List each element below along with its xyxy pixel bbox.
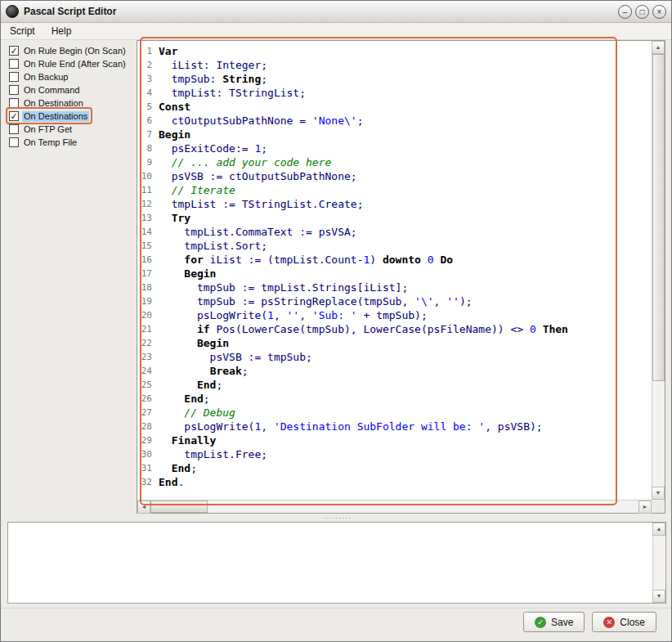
event-label: On FTP Get (22, 124, 74, 135)
code-line: 28 psLogWrite(1, 'Destination SubFolder … (137, 420, 652, 433)
log-text-area[interactable] (8, 523, 652, 603)
line-number: 19 (137, 294, 159, 308)
code-line: 27 // Debug (137, 406, 652, 420)
scroll-down-icon[interactable]: ▼ (652, 487, 665, 500)
code-line: 32End. (137, 475, 652, 489)
minimize-button[interactable]: – (618, 5, 632, 19)
log-vertical-scrollbar[interactable]: ▲ ▼ (652, 523, 665, 603)
code-text: // Iterate (159, 183, 235, 197)
line-number: 21 (137, 322, 159, 336)
main-area: ✓On Rule Begin (On Scan)On Rule End (Aft… (1, 40, 672, 514)
line-number: 31 (137, 461, 159, 475)
event-item-on-rule-end-after-scan[interactable]: On Rule End (After Scan) (9, 57, 133, 70)
scroll-up-icon[interactable]: ▲ (652, 41, 665, 54)
scroll-right-icon[interactable]: ► (638, 501, 652, 514)
code-text: psVSB := ctOutputSubPathNone; (159, 169, 357, 183)
line-number: 23 (137, 350, 159, 364)
event-item-on-rule-begin-on-scan[interactable]: ✓On Rule Begin (On Scan) (9, 44, 133, 57)
code-line: 1Var (137, 44, 652, 58)
event-item-on-destination[interactable]: On Destination (9, 97, 133, 110)
scroll-left-icon[interactable]: ◄ (137, 501, 150, 514)
event-item-on-command[interactable]: On Command (9, 83, 133, 97)
line-number: 29 (137, 433, 159, 447)
close-button[interactable]: ✕ Close (592, 612, 656, 632)
code-text: psVSB := tmpSub; (159, 350, 312, 364)
checkbox-unchecked-icon[interactable] (9, 124, 19, 134)
close-window-button[interactable]: × (652, 5, 666, 19)
code-line: 20 psLogWrite(1, '', 'Sub: ' + tmpSub); (137, 308, 652, 322)
line-number: 20 (137, 308, 159, 322)
code-line: 29 Finally (137, 433, 652, 447)
code-line: 13 Try (137, 211, 652, 225)
pascal-script-editor-window: Pascal Script Editor – □ × Script Help ✓… (0, 0, 672, 642)
line-number: 16 (137, 253, 159, 267)
code-text: tmpList: TStringList; (159, 86, 306, 100)
checkbox-unchecked-icon[interactable] (9, 98, 19, 108)
code-line: 8 psExitCode:= 1; (137, 141, 652, 155)
checkbox-unchecked-icon[interactable] (9, 72, 19, 82)
code-line: 2 iList: Integer; (137, 58, 652, 72)
panel-splitter[interactable]: ········· (1, 514, 672, 522)
checkbox-unchecked-icon[interactable] (9, 137, 19, 147)
close-button-label: Close (620, 617, 645, 628)
line-number: 27 (137, 406, 159, 420)
line-number: 9 (137, 155, 159, 169)
line-number: 5 (137, 100, 159, 114)
code-line: 4 tmpList: TStringList; (137, 86, 652, 100)
code-text: if Pos(LowerCase(tmpSub), LowerCase(psFi… (159, 322, 568, 336)
code-text: tmpList.CommaText := psVSA; (159, 225, 357, 239)
code-line: 26 End; (137, 392, 652, 406)
horizontal-scroll-thumb[interactable] (150, 501, 208, 513)
code-editor: 1Var2 iList: Integer;3 tmpSub: String;4 … (137, 40, 665, 514)
check-icon: ✓ (535, 617, 546, 628)
event-list: ✓On Rule Begin (On Scan)On Rule End (Aft… (9, 44, 133, 149)
window-title: Pascal Script Editor (24, 6, 618, 17)
line-number: 13 (137, 211, 159, 225)
checkbox-checked-icon[interactable]: ✓ (9, 46, 19, 56)
line-number: 7 (137, 128, 159, 141)
code-text: // Debug (159, 406, 235, 420)
code-area[interactable]: 1Var2 iList: Integer;3 tmpSub: String;4 … (137, 41, 652, 500)
line-number: 28 (137, 420, 159, 433)
splitter-grip-icon: ········· (322, 515, 352, 520)
scroll-down-icon[interactable]: ▼ (652, 590, 665, 603)
scroll-up-icon[interactable]: ▲ (652, 523, 665, 536)
code-line: 10 psVSB := ctOutputSubPathNone; (137, 169, 652, 183)
code-text: Begin (159, 336, 229, 350)
line-number: 14 (137, 225, 159, 239)
code-text: Finally (159, 433, 216, 447)
line-number: 32 (137, 475, 159, 489)
event-item-on-backup[interactable]: On Backup (9, 70, 133, 83)
editor-horizontal-scrollbar[interactable]: ◄ ► (137, 500, 652, 513)
button-bar: ✓ Save ✕ Close (1, 612, 672, 636)
checkbox-unchecked-icon[interactable] (9, 59, 19, 69)
save-button[interactable]: ✓ Save (523, 612, 585, 632)
event-item-on-temp-file[interactable]: On Temp File (9, 136, 133, 149)
title-bar[interactable]: Pascal Script Editor – □ × (1, 1, 671, 23)
line-number: 25 (137, 378, 159, 392)
code-text: Try (159, 211, 190, 225)
checkbox-unchecked-icon[interactable] (9, 85, 19, 95)
line-number: 1 (137, 44, 159, 58)
code-text: End; (159, 378, 222, 392)
code-text: for iList := (tmpList.Count-1) downto 0 … (159, 253, 453, 267)
line-number: 8 (137, 141, 159, 155)
vertical-scroll-thumb[interactable] (652, 54, 665, 381)
line-number: 22 (137, 336, 159, 350)
scrollbar-corner (652, 500, 665, 513)
maximize-button[interactable]: □ (635, 5, 649, 19)
checkbox-checked-icon[interactable]: ✓ (9, 111, 19, 121)
code-line: 19 tmpSub := psStringReplace(tmpSub, '\'… (137, 294, 652, 308)
code-line: 24 Break; (137, 364, 652, 378)
event-item-on-ftp-get[interactable]: On FTP Get (9, 123, 133, 136)
code-line: 18 tmpSub := tmpList.Strings[iList]; (137, 281, 652, 294)
line-number: 30 (137, 447, 159, 461)
close-x-icon: ✕ (603, 617, 615, 628)
menu-help[interactable]: Help (50, 25, 74, 38)
code-text: End. (159, 475, 184, 489)
line-number: 17 (137, 267, 159, 281)
code-text: Const (159, 100, 190, 114)
editor-vertical-scrollbar[interactable]: ▲ ▼ (652, 41, 665, 500)
menu-script[interactable]: Script (8, 25, 37, 38)
event-item-on-destinations[interactable]: ✓On Destinations (9, 110, 133, 123)
